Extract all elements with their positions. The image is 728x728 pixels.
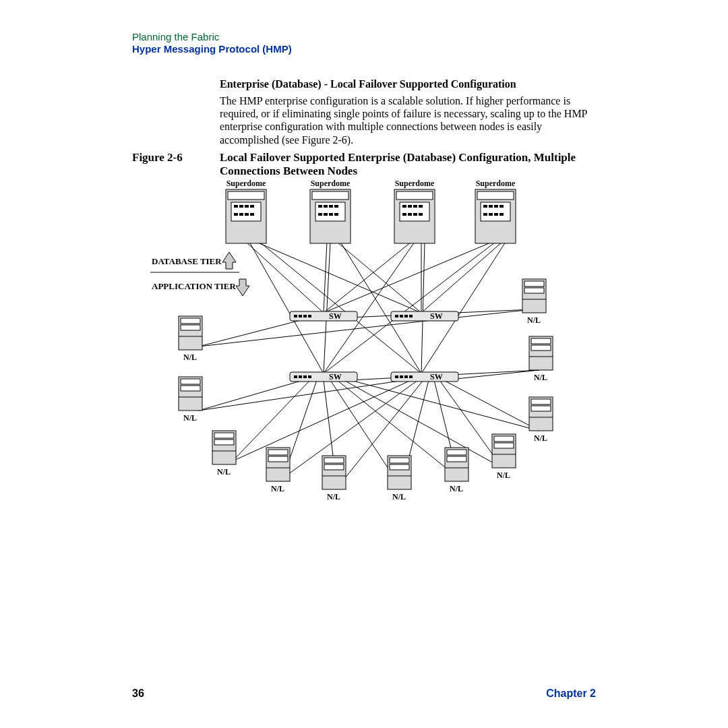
svg-rect-80 (494, 213, 498, 216)
page: Planning the Fabric Hyper Messaging Prot… (0, 0, 728, 728)
node-label: N/L (271, 484, 284, 493)
svg-rect-85 (299, 315, 302, 317)
node-label: N/L (183, 353, 197, 362)
chapter-label: Chapter 2 (546, 688, 596, 700)
svg-rect-57 (324, 213, 328, 216)
header-subsection: Hyper Messaging Protocol (HMP) (132, 43, 292, 55)
figure-diagram: Superdome Superdome Superdome Superdome … (148, 178, 580, 522)
svg-rect-76 (494, 205, 498, 208)
svg-rect-92 (409, 315, 413, 317)
svg-line-10 (324, 242, 415, 373)
svg-rect-79 (489, 213, 493, 216)
svg-rect-59 (334, 213, 338, 216)
svg-rect-67 (402, 213, 406, 216)
svg-rect-75 (489, 205, 493, 208)
superdome-label: Superdome (311, 179, 351, 188)
svg-rect-99 (395, 375, 398, 378)
node-label: N/L (327, 492, 340, 502)
svg-rect-61 (396, 191, 433, 200)
switch-label: SW (329, 311, 342, 321)
svg-rect-55 (334, 205, 338, 208)
svg-rect-86 (303, 315, 307, 317)
figure-title: Local Failover Supported Enterprise (Dat… (220, 151, 597, 179)
application-tier-label: APPLICATION TIER (152, 281, 236, 291)
node-label: N/L (534, 373, 547, 382)
svg-line-2 (249, 242, 324, 373)
node-label: N/L (217, 467, 231, 477)
svg-line-8 (324, 242, 411, 313)
svg-rect-101 (404, 375, 408, 378)
section-title: Enterprise (Database) - Local Failover S… (220, 78, 597, 90)
svg-rect-70 (419, 213, 423, 216)
svg-line-0 (246, 242, 324, 313)
svg-rect-48 (250, 213, 254, 216)
switch-label: SW (430, 372, 443, 382)
down-arrow-icon (236, 279, 249, 296)
superdome-group: Superdome Superdome Superdome Superdome (226, 179, 516, 243)
svg-line-26 (344, 380, 502, 468)
svg-rect-69 (413, 213, 417, 216)
svg-line-11 (421, 242, 425, 373)
svg-rect-90 (400, 315, 403, 317)
svg-rect-68 (408, 213, 412, 216)
svg-rect-52 (318, 205, 322, 208)
svg-line-3 (260, 242, 421, 373)
node-label: N/L (450, 484, 463, 493)
svg-rect-89 (395, 315, 398, 317)
svg-line-29 (199, 380, 404, 411)
svg-rect-87 (308, 315, 311, 317)
svg-rect-44 (250, 205, 254, 208)
svg-rect-46 (239, 213, 243, 216)
svg-rect-102 (409, 375, 413, 378)
svg-line-20 (199, 380, 303, 411)
svg-rect-54 (329, 205, 333, 208)
switch-label: SW (430, 311, 443, 321)
svg-rect-64 (408, 205, 412, 208)
svg-rect-47 (245, 213, 249, 216)
svg-rect-58 (329, 213, 333, 216)
superdome-label: Superdome (226, 179, 266, 188)
svg-rect-84 (294, 315, 297, 317)
node-label: N/L (534, 433, 547, 443)
svg-line-16 (199, 320, 303, 346)
svg-rect-94 (294, 375, 297, 378)
svg-rect-74 (483, 205, 487, 208)
svg-line-13 (421, 242, 502, 313)
svg-rect-65 (413, 205, 417, 208)
database-tier-label: DATABASE TIER (152, 256, 222, 266)
svg-line-4 (324, 242, 327, 313)
figure-label: Figure 2-6 (132, 151, 183, 164)
svg-rect-77 (499, 205, 504, 208)
svg-rect-78 (483, 213, 487, 216)
svg-rect-66 (419, 205, 423, 208)
svg-rect-97 (308, 375, 311, 378)
svg-rect-45 (234, 213, 238, 216)
svg-rect-81 (499, 213, 504, 216)
svg-rect-53 (324, 205, 328, 208)
svg-rect-72 (477, 191, 514, 200)
node-label: N/L (497, 471, 510, 480)
page-number: 36 (132, 688, 144, 700)
svg-rect-91 (404, 315, 408, 317)
switch-label: SW (329, 372, 342, 382)
node-label: N/L (527, 315, 541, 325)
svg-rect-95 (299, 375, 302, 378)
body-paragraph: The HMP enterprise configuration is a sc… (220, 94, 597, 146)
node-label: N/L (392, 492, 406, 502)
superdome-label: Superdome (395, 179, 435, 188)
header-section: Planning the Fabric (132, 31, 219, 42)
svg-rect-43 (245, 205, 249, 208)
svg-rect-39 (228, 191, 264, 200)
superdome-label: Superdome (476, 179, 516, 188)
svg-rect-96 (303, 375, 307, 378)
svg-rect-100 (400, 375, 403, 378)
node-label: N/L (183, 413, 197, 423)
up-arrow-icon (222, 252, 236, 269)
svg-rect-63 (402, 205, 406, 208)
svg-rect-42 (239, 205, 243, 208)
svg-line-15 (421, 242, 506, 373)
svg-rect-50 (312, 191, 348, 200)
svg-rect-56 (318, 213, 322, 216)
svg-line-1 (256, 242, 421, 313)
svg-rect-41 (234, 205, 238, 208)
